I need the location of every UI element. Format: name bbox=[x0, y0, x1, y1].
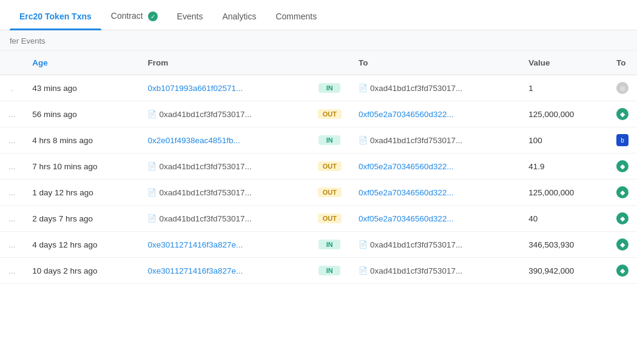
from-address-doc: 📄0xad41bd1cf3fd753017... bbox=[147, 110, 300, 119]
row-token-icon[interactable]: ◆ bbox=[608, 232, 637, 258]
table-row: ...4 days 12 hrs ago0xe3011271416f3a827e… bbox=[0, 232, 637, 258]
to-address-link[interactable]: 0xf05e2a70346560d322... bbox=[359, 162, 454, 171]
token-icon-green: ◆ bbox=[616, 238, 629, 251]
direction-badge-out: OUT bbox=[318, 161, 342, 171]
row-direction: IN bbox=[309, 258, 350, 284]
row-to[interactable]: 0xf05e2a70346560d322... bbox=[350, 153, 520, 180]
row-value: 346,503,930 bbox=[520, 232, 608, 258]
row-dot: . bbox=[0, 75, 24, 101]
row-dot: ... bbox=[0, 232, 24, 258]
row-token-icon[interactable]: ◆ bbox=[608, 258, 637, 284]
from-address-link[interactable]: 0xe3011271416f3a827e... bbox=[147, 240, 243, 249]
row-direction: OUT bbox=[309, 153, 350, 180]
row-dot: ... bbox=[0, 206, 24, 232]
to-address-text: 0xad41bd1cf3fd753017... bbox=[370, 136, 462, 145]
token-icon-green: ◆ bbox=[616, 265, 629, 277]
row-age: 7 hrs 10 mins ago bbox=[24, 153, 139, 180]
direction-badge-out: OUT bbox=[318, 214, 342, 223]
row-dot: ... bbox=[0, 127, 24, 153]
row-token-icon[interactable]: ◎ bbox=[608, 75, 637, 101]
table-row: ...2 days 7 hrs ago📄0xad41bd1cf3fd753017… bbox=[0, 206, 637, 232]
direction-badge-out: OUT bbox=[318, 187, 342, 197]
col-token-header: To bbox=[608, 51, 637, 75]
table-row: .43 mins ago0xb1071993a661f02571...IN📄0x… bbox=[0, 75, 637, 101]
col-value-header: Value bbox=[520, 51, 608, 75]
row-to: 📄0xad41bd1cf3fd753017... bbox=[350, 258, 520, 284]
direction-badge-in: IN bbox=[318, 83, 340, 93]
to-address-text: 0xad41bd1cf3fd753017... bbox=[370, 266, 462, 275]
row-from: 📄0xad41bd1cf3fd753017... bbox=[139, 180, 309, 206]
row-age: 4 hrs 8 mins ago bbox=[24, 127, 139, 153]
tab-comments[interactable]: Comments bbox=[266, 1, 326, 30]
row-to[interactable]: 0xf05e2a70346560d322... bbox=[350, 101, 520, 127]
row-direction: OUT bbox=[309, 180, 350, 206]
table-row: ...1 day 12 hrs ago📄0xad41bd1cf3fd753017… bbox=[0, 180, 637, 206]
direction-badge-in: IN bbox=[318, 266, 340, 275]
row-direction: OUT bbox=[309, 101, 350, 127]
from-address-link[interactable]: 0xb1071993a661f02571... bbox=[147, 84, 243, 93]
tab-events[interactable]: Events bbox=[167, 1, 213, 30]
row-token-icon[interactable]: b bbox=[608, 127, 637, 153]
row-age: 10 days 2 hrs ago bbox=[24, 258, 139, 284]
row-token-icon[interactable]: ◆ bbox=[608, 101, 637, 127]
row-direction: IN bbox=[309, 75, 350, 101]
row-token-icon[interactable]: ◆ bbox=[608, 153, 637, 180]
tab-erc20[interactable]: Erc20 Token Txns bbox=[10, 1, 101, 30]
to-address-doc: 📄0xad41bd1cf3fd753017... bbox=[359, 266, 511, 275]
from-address-text: 0xad41bd1cf3fd753017... bbox=[159, 188, 251, 197]
from-address-link[interactable]: 0x2e01f4938eac4851fb... bbox=[147, 136, 240, 145]
col-age-header: Age bbox=[24, 51, 139, 75]
tab-bar: Erc20 Token Txns Contract ✓ Events Analy… bbox=[0, 0, 637, 30]
token-icon-green: ◆ bbox=[616, 186, 629, 198]
document-icon: 📄 bbox=[359, 136, 368, 144]
to-address-link[interactable]: 0xf05e2a70346560d322... bbox=[359, 214, 454, 223]
tab-analytics[interactable]: Analytics bbox=[212, 1, 266, 30]
document-icon: 📄 bbox=[359, 240, 368, 249]
row-value: 125,000,000 bbox=[520, 101, 608, 127]
row-dot: ... bbox=[0, 153, 24, 180]
table-row: ...4 hrs 8 mins ago0x2e01f4938eac4851fb.… bbox=[0, 127, 637, 153]
row-to: 📄0xad41bd1cf3fd753017... bbox=[350, 232, 520, 258]
row-token-icon[interactable]: ◆ bbox=[608, 206, 637, 232]
table-header-row: Age From To Value To bbox=[0, 51, 637, 75]
row-from[interactable]: 0xe3011271416f3a827e... bbox=[139, 258, 309, 284]
row-value: 125,000,000 bbox=[520, 180, 608, 206]
row-token-icon[interactable]: ◆ bbox=[608, 180, 637, 206]
from-address-doc: 📄0xad41bd1cf3fd753017... bbox=[147, 162, 300, 171]
token-icon-green: ◆ bbox=[616, 212, 629, 224]
token-icon-blue: b bbox=[616, 134, 629, 146]
token-icon-green: ◆ bbox=[616, 108, 629, 120]
row-dot: ... bbox=[0, 180, 24, 206]
row-value: 40 bbox=[520, 206, 608, 232]
row-age: 56 mins ago bbox=[24, 101, 139, 127]
to-address-link[interactable]: 0xf05e2a70346560d322... bbox=[359, 110, 454, 119]
table-row: ...56 mins ago📄0xad41bd1cf3fd753017...OU… bbox=[0, 101, 637, 127]
col-from-header: From bbox=[139, 51, 309, 75]
from-address-text: 0xad41bd1cf3fd753017... bbox=[159, 162, 251, 171]
row-value: 390,942,000 bbox=[520, 258, 608, 284]
token-icon-grey: ◎ bbox=[616, 82, 629, 94]
to-address-text: 0xad41bd1cf3fd753017... bbox=[370, 240, 462, 249]
row-direction: OUT bbox=[309, 206, 350, 232]
to-address-doc: 📄0xad41bd1cf3fd753017... bbox=[359, 240, 511, 249]
document-icon: 📄 bbox=[147, 214, 157, 223]
tab-contract[interactable]: Contract ✓ bbox=[101, 0, 167, 30]
to-address-link[interactable]: 0xf05e2a70346560d322... bbox=[359, 188, 454, 197]
row-to[interactable]: 0xf05e2a70346560d322... bbox=[350, 180, 520, 206]
row-value: 41.9 bbox=[520, 153, 608, 180]
row-to[interactable]: 0xf05e2a70346560d322... bbox=[350, 206, 520, 232]
row-direction: IN bbox=[309, 127, 350, 153]
row-from[interactable]: 0xe3011271416f3a827e... bbox=[139, 232, 309, 258]
transactions-table: Age From To Value To .43 mins ago0xb1071… bbox=[0, 51, 637, 284]
row-from: 📄0xad41bd1cf3fd753017... bbox=[139, 206, 309, 232]
row-age: 4 days 12 hrs ago bbox=[24, 232, 139, 258]
from-address-text: 0xad41bd1cf3fd753017... bbox=[159, 214, 251, 223]
row-from[interactable]: 0xb1071993a661f02571... bbox=[139, 75, 309, 101]
from-address-link[interactable]: 0xe3011271416f3a827e... bbox=[147, 266, 243, 275]
row-from: 📄0xad41bd1cf3fd753017... bbox=[139, 101, 309, 127]
contract-verified-badge: ✓ bbox=[148, 12, 158, 21]
from-address-doc: 📄0xad41bd1cf3fd753017... bbox=[147, 214, 300, 223]
row-age: 43 mins ago bbox=[24, 75, 139, 101]
document-icon: 📄 bbox=[147, 110, 157, 118]
row-from[interactable]: 0x2e01f4938eac4851fb... bbox=[139, 127, 309, 153]
